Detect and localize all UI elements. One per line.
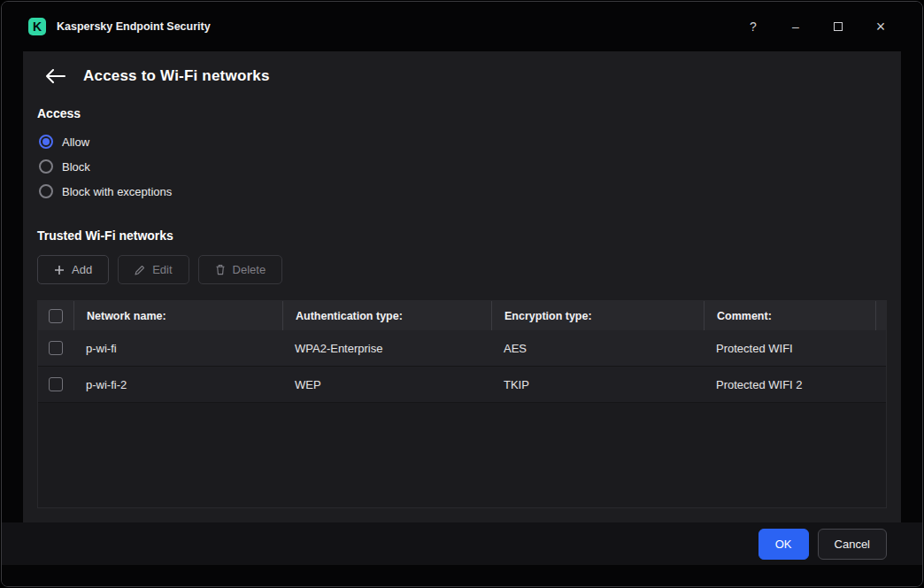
table-empty-area <box>38 403 886 507</box>
back-arrow-icon <box>46 69 65 83</box>
add-button[interactable]: Add <box>37 255 109 284</box>
kaspersky-logo-icon: K <box>28 18 46 35</box>
page-title: Access to Wi-Fi networks <box>83 67 270 85</box>
table-header-row: Network name: Authentication type: Encry… <box>38 301 886 330</box>
radio-block-exceptions-label: Block with exceptions <box>62 185 172 198</box>
radio-block-with-exceptions[interactable]: Block with exceptions <box>37 179 887 204</box>
radio-allow-label: Allow <box>62 135 89 149</box>
close-button[interactable]: × <box>864 13 897 40</box>
cell-authentication-type: WEP <box>282 367 491 402</box>
delete-button[interactable]: Delete <box>198 255 283 284</box>
header-encryption-type: Encryption type: <box>491 301 704 330</box>
main-panel: Access to Wi-Fi networks Access Allow Bl… <box>23 51 901 522</box>
back-button[interactable] <box>46 66 71 87</box>
help-button[interactable]: ? <box>736 13 770 40</box>
footer-bar: OK Cancel <box>2 522 922 565</box>
titlebar: K Kaspersky Endpoint Security ? – × <box>2 2 922 51</box>
trusted-networks-table: Network name: Authentication type: Encry… <box>37 300 887 508</box>
select-all-checkbox[interactable] <box>49 309 63 323</box>
trusted-section-label: Trusted Wi-Fi networks <box>37 228 887 243</box>
header-comment: Comment: <box>704 301 875 330</box>
access-section-label: Access <box>37 106 887 120</box>
cell-comment: Protected WIFI 2 <box>704 367 875 402</box>
radio-block-label: Block <box>62 160 90 174</box>
minimize-button[interactable]: – <box>779 13 812 40</box>
row-checkbox[interactable] <box>49 377 63 391</box>
edit-button-label: Edit <box>152 263 172 276</box>
trusted-toolbar: Add Edit Delete <box>37 255 887 284</box>
close-icon: × <box>876 18 886 36</box>
radio-block[interactable]: Block <box>37 154 887 179</box>
header-authentication-type: Authentication type: <box>282 301 491 330</box>
help-icon: ? <box>750 19 757 34</box>
page-header: Access to Wi-Fi networks <box>37 57 887 99</box>
select-all-cell <box>38 301 73 330</box>
ok-button[interactable]: OK <box>758 529 809 560</box>
row-checkbox[interactable] <box>49 341 63 355</box>
radio-selected-icon <box>39 135 53 149</box>
app-title: Kaspersky Endpoint Security <box>57 20 211 33</box>
cell-encryption-type: TKIP <box>491 367 704 402</box>
cell-comment: Protected WIFI <box>704 330 875 366</box>
cell-network-name: p-wi-fi <box>73 330 282 366</box>
edit-button[interactable]: Edit <box>118 255 189 284</box>
trash-icon <box>215 264 226 275</box>
cell-encryption-type: AES <box>491 330 704 366</box>
access-radio-group: Allow Block Block with exceptions <box>37 129 887 204</box>
maximize-icon <box>834 22 843 31</box>
radio-unselected-icon <box>39 184 53 198</box>
table-row[interactable]: p-wi-fi WPA2-Enterprise AES Protected WI… <box>38 330 886 367</box>
scrollbar-gutter <box>875 301 901 330</box>
maximize-button[interactable] <box>821 13 855 40</box>
table-row[interactable]: p-wi-fi-2 WEP TKIP Protected WIFI 2 <box>38 367 886 403</box>
cell-network-name: p-wi-fi-2 <box>73 367 282 402</box>
plus-icon <box>54 265 65 275</box>
radio-unselected-icon <box>39 159 53 174</box>
minimize-icon: – <box>792 19 799 34</box>
radio-allow[interactable]: Allow <box>37 129 887 154</box>
cancel-button[interactable]: Cancel <box>818 529 887 560</box>
add-button-label: Add <box>72 263 92 276</box>
cell-authentication-type: WPA2-Enterprise <box>282 330 491 366</box>
delete-button-label: Delete <box>233 263 266 276</box>
header-network-name: Network name: <box>73 301 282 330</box>
app-window: K Kaspersky Endpoint Security ? – × Acce… <box>1 1 923 587</box>
pencil-icon <box>135 265 145 275</box>
bottom-margin <box>2 565 922 586</box>
